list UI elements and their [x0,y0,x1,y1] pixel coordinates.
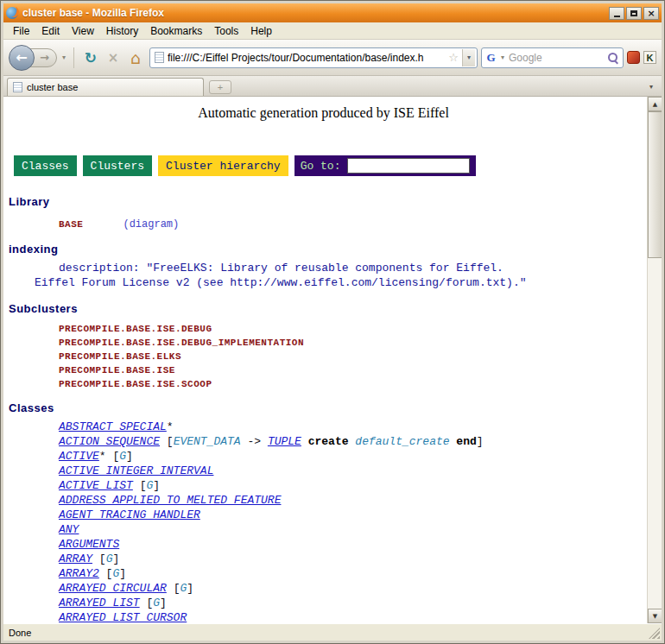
goto-input[interactable] [347,158,470,174]
indexing-license-line: Eiffel Forum License v2 (see http://www.… [9,275,638,290]
class-row-text: ] [477,435,484,448]
url-dropdown-button[interactable]: ▾ [462,49,475,66]
class-link[interactable]: ACTIVE [59,450,99,463]
vertical-scrollbar[interactable]: ▲ ▼ [647,97,662,623]
scroll-up-button[interactable]: ▲ [648,97,662,111]
class-list-item: ACTIVE_LIST [G] [9,478,638,493]
class-list-item: ARRAY [G] [9,552,638,566]
minimize-icon [614,16,620,17]
menu-item-file[interactable]: File [7,23,35,39]
tab-cluster-base[interactable]: cluster base [7,78,204,96]
class-row-text: [ [99,567,113,580]
class-row-text [301,435,308,448]
subclusters-list: PRECOMPILE.BASE.ISE.DEBUGPRECOMPILE.BASE… [9,322,638,391]
status-bar: Done [3,623,662,641]
menu-item-history[interactable]: History [100,23,144,39]
address-bar: ☆ ▾ [149,47,478,68]
class-link[interactable]: ARRAY [59,552,92,565]
titlebar[interactable]: cluster base - Mozilla Firefox × [3,3,662,22]
maximize-button[interactable] [626,7,642,20]
navigation-toolbar: ← → ▾ ↻ × ⌂ ☆ ▾ G ▾ K [3,40,662,76]
close-icon: × [647,9,655,18]
classes-nav-button[interactable]: Classes [14,155,77,176]
url-input[interactable] [168,52,445,64]
class-link[interactable]: ADDRESS_APPLIED_TO_MELTED_FEATURE [59,494,281,507]
subclusters-heading: Subclusters [9,302,638,315]
class-list-item: ADDRESS_APPLIED_TO_MELTED_FEATURE [9,493,638,508]
indexing-heading: indexing [9,243,638,256]
home-button[interactable]: ⌂ [125,48,146,67]
close-button[interactable]: × [643,7,659,20]
resize-grip[interactable] [649,628,660,639]
scrollbar-thumb[interactable] [648,111,662,258]
browser-viewport: Automatic generation produced by ISE Eif… [3,97,662,623]
menu-item-tools[interactable]: Tools [208,23,244,39]
class-row-text: [ [140,597,154,609]
indexing-description-line: description: "FreeELKS: Library of reusa… [9,261,638,275]
class-link[interactable]: ACTION_SEQUENCE [59,435,160,448]
menu-item-bookmarks[interactable]: Bookmarks [144,23,208,39]
new-tab-button[interactable]: + [209,80,231,94]
class-row-text: ] [112,552,119,565]
class-link[interactable]: AGENT_TRACING_HANDLER [59,508,200,521]
minimize-button[interactable] [609,7,624,20]
search-icon[interactable] [607,52,619,64]
goto-label: Go to: [301,160,341,173]
class-link[interactable]: ARRAYED_LIST_CURSOR [59,611,187,623]
tab-label: cluster base [27,82,78,92]
search-engine-dropdown-icon[interactable]: ▾ [499,54,506,61]
class-link[interactable]: ABSTRACT_SPECIAL [59,420,167,433]
generic-parameter: EVENT_DATA [174,435,241,448]
scroll-down-button[interactable]: ▼ [648,609,662,623]
tab-bar: cluster base + ▾ [3,76,662,97]
class-link[interactable]: TUPLE [268,435,301,448]
class-link[interactable]: ARRAYED_CIRCULAR [59,582,167,595]
class-list-item: ACTION_SEQUENCE [EVENT_DATA -> TUPLE cre… [9,434,638,449]
goto-box: Go to: [294,155,477,176]
class-row-text: ] [187,582,193,595]
class-row-text: [ [92,552,106,565]
class-row-text: ] [160,597,167,609]
generic-parameter: G [153,597,160,609]
class-row-text: * [167,420,174,433]
reload-button[interactable]: ↻ [80,49,101,66]
class-link[interactable]: ANY [59,523,79,536]
generic-parameter: default_create [355,435,449,448]
class-row-text: -> [241,435,268,448]
document-body: Automatic generation produced by ISE Eif… [3,97,647,623]
menu-item-view[interactable]: View [66,23,100,39]
bookmark-star-icon[interactable]: ☆ [448,51,459,64]
list-all-tabs-button[interactable]: ▾ [644,79,658,94]
addon-icon-k[interactable]: K [643,51,656,64]
classes-list: ABSTRACT_SPECIAL*ACTION_SEQUENCE [EVENT_… [9,420,638,623]
menu-item-help[interactable]: Help [244,23,278,39]
class-link[interactable]: ACTIVE_INTEGER_INTERVAL [59,464,213,477]
firefox-icon [6,7,18,19]
class-link[interactable]: ARGUMENTS [59,538,119,551]
toolbar-separator [73,47,74,68]
history-dropdown-icon[interactable]: ▾ [60,54,67,61]
clusters-nav-button[interactable]: Clusters [83,155,152,176]
stop-button[interactable]: × [104,50,122,66]
class-link[interactable]: ARRAYED_LIST [59,597,140,609]
class-row-text: ] [126,450,133,463]
eiffel-keyword: end [456,435,476,448]
back-button[interactable]: ← [9,45,35,71]
diagram-link[interactable]: (diagram) [123,218,179,230]
google-engine-icon[interactable]: G [485,51,497,65]
menu-item-edit[interactable]: Edit [35,23,66,39]
cluster-hierarchy-nav-button[interactable]: Cluster hierarchy [158,155,288,176]
class-row-text: * [ [99,450,119,463]
class-list-item: ARRAYED_LIST [G] [9,596,638,610]
class-link[interactable]: ACTIVE_LIST [59,479,133,492]
menubar: File Edit View History Bookmarks Tools H… [3,22,662,40]
class-link[interactable]: ARRAY2 [59,567,99,580]
search-input[interactable] [509,52,605,64]
class-list-item: ANY [9,522,638,537]
eiffel-keyword: create [308,435,349,448]
class-row-text: [ [167,582,180,595]
subcluster-item: PRECOMPILE.BASE.ISE.DEBUG_IMPLEMENTATION [9,336,638,350]
subcluster-item: PRECOMPILE.BASE.ISE.SCOOP [9,377,638,391]
generic-parameter: G [119,450,126,463]
addon-icon-red[interactable] [627,51,640,64]
